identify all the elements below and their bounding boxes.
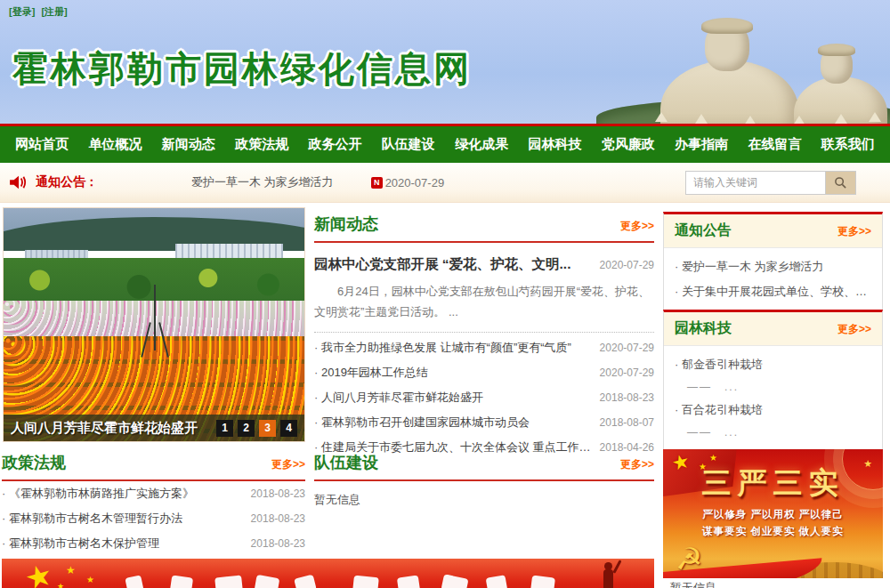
featured-news-summary: 6月24日，园林中心党支部在敖包山芍药园开展“爱花、护花、文明赏花”主题党日活动…	[314, 282, 654, 323]
nav-item-team[interactable]: 队伍建设	[382, 136, 435, 153]
carousel-caption-bar: 人间八月芳菲尽霍市鲜花始盛开 1 2 3 4	[4, 415, 304, 441]
tent-graphic	[744, 116, 756, 124]
main-nav: 网站首页 单位概况 新闻动态 政策法规 政务公开 队伍建设 绿化成果 园林科技 …	[0, 124, 890, 163]
carousel-page-1[interactable]: 1	[216, 420, 233, 437]
new-badge-icon: N	[371, 177, 383, 189]
tent-graphic	[655, 112, 668, 122]
three-stricts-banner[interactable]: ★ ★ ★ ★ 三严三实 严以修身 严以用权 严以律己 谋事要实 创业要实 做人…	[663, 449, 883, 578]
news-item-link[interactable]: 人间八月芳菲尽霍市鲜花始盛开	[314, 390, 591, 406]
news-item-date: 2018-08-23	[600, 391, 654, 404]
site-title: 霍林郭勒市园林绿化信息网	[12, 44, 472, 93]
section-divider	[314, 479, 654, 481]
carousel-pager: 1 2 3 4	[216, 420, 297, 437]
nav-item-guide[interactable]: 办事指南	[675, 136, 728, 153]
carousel-caption-link[interactable]: 人间八月芳菲尽霍市鲜花始盛开	[11, 420, 216, 437]
tech-box-item-link[interactable]: 百合花引种栽培	[675, 398, 871, 423]
news-list-item: 我市全力助推绿色发展 让城市有“颜值”更有“气质” 2020-07-29	[314, 335, 654, 360]
policy-list-item: 《霍林郭勒市林荫路推广实施方案》 2018-08-23	[2, 481, 305, 506]
tent-graphic	[869, 112, 881, 122]
banner-slogan-line: 严以修身 严以用权 严以律己	[663, 508, 883, 521]
nav-item-tech[interactable]: 园林科技	[528, 136, 581, 153]
page: [登录] [注册] 霍林郭勒市园林绿化信息网 网站首页 单位概况 新闻动态 政策…	[0, 0, 890, 588]
news-item-link[interactable]: 我市全力助推绿色发展 让城市有“颜值”更有“气质”	[314, 340, 591, 356]
policy-list: 《霍林郭勒市林荫路推广实施方案》 2018-08-23 霍林郭勒市古树名木管理暂…	[2, 481, 305, 556]
section-divider	[314, 241, 654, 243]
ticker-date: 2020-07-29	[385, 176, 445, 189]
news-list-item: 人间八月芳菲尽霍市鲜花始盛开 2018-08-23	[314, 385, 654, 410]
tech-box-item-sub: —— ...	[687, 423, 871, 443]
statue-figure-graphic	[612, 560, 621, 574]
calligraphy-stroke	[255, 575, 280, 588]
calligraphy-stroke	[170, 575, 193, 588]
nav-item-about[interactable]: 单位概况	[88, 136, 142, 153]
calligraphy-stroke	[294, 575, 317, 588]
party-emblem-icon: ☭	[676, 541, 702, 576]
statue-banner-image	[614, 0, 890, 124]
news-list: 我市全力助推绿色发展 让城市有“颜值”更有“气质” 2020-07-29 201…	[314, 335, 654, 460]
carousel-page-4[interactable]: 4	[280, 420, 297, 437]
news-item-link[interactable]: 2019年园林工作总结	[314, 365, 591, 381]
bottom-propaganda-banner[interactable]: ★ ★ ★ ★	[2, 559, 654, 588]
banner-slogan-line: 谋事要实 创业要实 做人要实	[663, 525, 883, 538]
nav-item-party[interactable]: 党风廉政	[602, 136, 655, 153]
notice-box: 通知公告 更多>> 爱护一草一木 为家乡增活力 关于集中开展花园式单位、学校、工…	[663, 212, 883, 313]
nav-item-home[interactable]: 网站首页	[15, 136, 69, 153]
news-item-date: 2020-07-29	[600, 366, 654, 379]
nav-item-gov-affairs[interactable]: 政务公开	[308, 136, 361, 153]
ticker-announcement-link[interactable]: 爱护一草一木 为家乡增活力	[191, 174, 334, 190]
star-icon: ★	[66, 564, 76, 576]
search-input[interactable]	[685, 171, 826, 195]
policy-more-link[interactable]: 更多>>	[271, 457, 305, 472]
photo-carousel[interactable]: 人间八月芳菲尽霍市鲜花始盛开 1 2 3 4	[3, 207, 305, 442]
tent-graphic	[695, 114, 708, 124]
policy-item-link[interactable]: 霍林郭勒市古树名木保护管理	[2, 536, 242, 552]
policy-list-item: 霍林郭勒市古树名木管理暂行办法 2018-08-23	[2, 506, 305, 531]
notice-box-title: 通知公告	[675, 222, 732, 240]
notice-box-item-link[interactable]: 关于集中开展花园式单位、学校、工厂...	[675, 279, 871, 304]
nav-item-greening[interactable]: 绿化成果	[455, 136, 508, 153]
policy-item-link[interactable]: 《霍林郭勒市林荫路推广实施方案》	[2, 486, 242, 502]
carousel-page-3-active[interactable]: 3	[259, 420, 276, 437]
notice-box-item-link[interactable]: 爱护一草一木 为家乡增活力	[675, 254, 871, 279]
notice-label: 通知公告：	[36, 174, 98, 190]
policy-item-date: 2018-08-23	[251, 487, 305, 500]
login-link[interactable]: [登录]	[9, 6, 35, 17]
tent-graphic	[793, 116, 805, 124]
tech-box-item-link[interactable]: 郁金香引种栽培	[675, 352, 871, 377]
policy-item-link[interactable]: 霍林郭勒市古树名木管理暂行办法	[2, 511, 242, 527]
news-item-date: 2020-07-29	[600, 342, 654, 354]
garden-tech-box: 园林科技 更多>> 郁金香引种栽培 —— ... 百合花引种栽培 —— ...	[663, 310, 883, 451]
news-item-date: 2018-08-07	[600, 416, 654, 429]
news-more-link[interactable]: 更多>>	[620, 219, 654, 234]
tent-graphic	[835, 114, 847, 124]
search-button[interactable]	[826, 171, 856, 195]
nav-item-message[interactable]: 在线留言	[748, 136, 801, 153]
notice-ticker-bar: 通知公告： 爱护一草一木 为家乡增活力 N 2020-07-29	[0, 163, 890, 203]
nav-item-policy[interactable]: 政策法规	[235, 136, 288, 153]
news-list-item: 2019年园林工作总结 2020-07-29	[314, 360, 654, 385]
banner-below-empty-text: 暂无信息	[663, 580, 883, 588]
tech-box-title: 园林科技	[675, 319, 732, 338]
featured-news-title[interactable]: 园林中心党支部开展 “爱花、护花、文明...	[314, 255, 593, 274]
search-bar	[685, 171, 856, 195]
register-link[interactable]: [注册]	[41, 6, 67, 17]
notice-box-more-link[interactable]: 更多>>	[837, 224, 871, 239]
tech-box-more-link[interactable]: 更多>>	[837, 322, 871, 337]
team-more-link[interactable]: 更多>>	[620, 457, 654, 472]
policy-item-date: 2018-08-23	[251, 537, 305, 550]
policy-section-title: 政策法规	[2, 452, 66, 473]
star-icon: ★	[709, 453, 717, 463]
news-list-item: 霍林郭勒市召开创建国家园林城市动员会 2018-08-07	[314, 410, 654, 435]
star-icon: ★	[20, 559, 56, 588]
speaker-icon	[9, 174, 28, 190]
nav-item-contact[interactable]: 联系我们	[821, 136, 875, 153]
policy-list-item: 霍林郭勒市古树名木保护管理 2018-08-23	[2, 531, 305, 556]
team-empty-text: 暂无信息	[314, 492, 654, 508]
search-icon	[834, 176, 847, 189]
site-header: [登录] [注册] 霍林郭勒市园林绿化信息网	[0, 0, 890, 124]
calligraphy-stroke	[352, 576, 379, 588]
news-item-link[interactable]: 霍林郭勒市召开创建国家园林城市动员会	[314, 415, 591, 431]
dotted-divider	[314, 332, 654, 333]
carousel-page-2[interactable]: 2	[238, 420, 255, 437]
nav-item-news[interactable]: 新闻动态	[162, 136, 215, 153]
